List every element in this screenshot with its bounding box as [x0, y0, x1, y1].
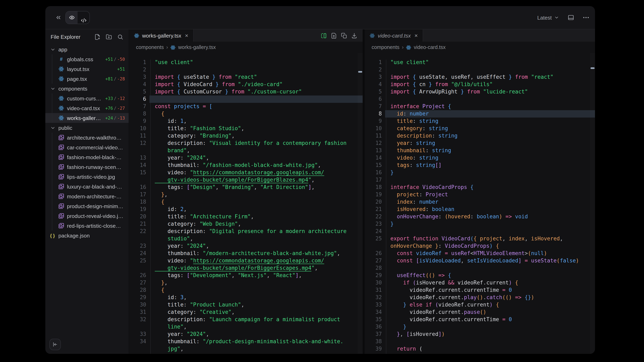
code-line[interactable]: 30 if (isHovered && videoRef.current) { [365, 279, 595, 287]
breadcrumb-folder[interactable]: components [372, 44, 400, 50]
close-icon[interactable]: × [185, 33, 188, 38]
code-line[interactable]: brand", [129, 147, 363, 154]
tree-file-custom-curs-[interactable]: custom-curs…+33/-12 [45, 93, 129, 103]
code-line[interactable]: 17 }, [129, 191, 363, 198]
code-line[interactable]: 12 year: string [365, 140, 595, 147]
scrollbar-thumb[interactable] [590, 67, 594, 69]
code-line[interactable]: 34 videoRef.current.pause() [365, 309, 595, 316]
code-line[interactable]: 18 { [129, 198, 363, 206]
code-line[interactable]: 25export function VideoCard({ project, i… [365, 235, 595, 242]
tree-file-works-galler-[interactable]: works-galler…+24/-13 [45, 113, 129, 123]
file-diff-icon[interactable] [331, 32, 337, 38]
new-file-icon[interactable] [94, 34, 100, 40]
code-line[interactable]: 35 videoRef.current.currentTime = 0 [365, 316, 595, 323]
tree-file-red-lips-artistic-close-[interactable]: red-lips-artistic-close… [45, 221, 129, 231]
tree-file-car-commercial-video-[interactable]: car-commercial-video… [45, 142, 129, 152]
code-line[interactable]: 6 [365, 95, 595, 103]
scrollbar-thumb[interactable] [358, 71, 362, 73]
code-line[interactable]: 33 year: "2024", [129, 331, 363, 338]
tree-file-page.tsx[interactable]: page.tsx+81/-28 [45, 74, 129, 84]
code-line[interactable]: 2 [365, 66, 595, 73]
new-folder-icon[interactable] [106, 34, 112, 40]
code-line[interactable]: 29 useEffect(() => { [365, 272, 595, 279]
split-diff-icon[interactable] [320, 32, 327, 38]
code-line[interactable]: 6 [129, 95, 363, 103]
code-line[interactable]: 31 videoRef.current.currentTime = 0 [365, 287, 595, 294]
code-line[interactable]: 16} [365, 169, 595, 176]
code-line[interactable]: 20 title: "Architecture Firm", [129, 213, 363, 220]
tree-file-lips-artistic-video.jpg[interactable]: lips-artistic-video.jpg [45, 172, 129, 182]
code-line[interactable]: 28 [365, 265, 595, 272]
code-line[interactable]: 15 video: "https://commondatastorage.goo… [129, 169, 363, 176]
code-line[interactable]: 27 const [isVideoLoaded, setIsVideoLoade… [365, 257, 595, 265]
code-line[interactable]: studio", [129, 235, 363, 242]
code-line[interactable]: 17 [365, 176, 595, 184]
breadcrumb-file[interactable]: video-card.tsx [414, 44, 446, 50]
code-line[interactable]: 11 description: string [365, 132, 595, 140]
code-line[interactable]: 19 project: Project [365, 191, 595, 198]
code-line[interactable]: 39 return ( [365, 345, 595, 353]
code-line[interactable]: 26 const videoRef = useRef<HTMLVideoElem… [365, 250, 595, 257]
code-line[interactable]: 8 { [129, 110, 363, 117]
scrollbar-track[interactable] [590, 53, 595, 354]
code-line[interactable]: 18interface VideoCardProps { [365, 184, 595, 191]
tree-file-package.json[interactable]: { }package.json [45, 231, 129, 240]
code-line[interactable]: 24 thumbnail: "/modern-architecture-blac… [129, 250, 363, 257]
search-icon[interactable] [117, 34, 123, 40]
code-line[interactable]: 22 description: "Digital presence for a … [129, 228, 363, 235]
tree-file-globals.css[interactable]: #globals.css+51/-50 [45, 54, 129, 64]
tree-file-layout.tsx[interactable]: layout.tsx+51 [45, 64, 129, 74]
tree-file-product-reveal-video.j-[interactable]: product-reveal-video.j… [45, 211, 129, 221]
code-line[interactable]: 36 } [365, 323, 595, 331]
code-line[interactable]: 9 title: string [365, 117, 595, 125]
code-line[interactable]: 38 [365, 338, 595, 345]
code-line[interactable]: 14 thumbnail: "/fashion-model-black-and-… [129, 162, 363, 169]
tree-file-video-card.tsx[interactable]: video-card.tsx+76/-27 [45, 103, 129, 113]
code-line[interactable]: onHoverChange }: VideoCardProps) { [365, 242, 595, 250]
tree-folder-public[interactable]: public [45, 123, 129, 133]
code-line[interactable]: 11 category: "Branding", [129, 132, 363, 140]
tree-file-product-design-minim-[interactable]: product-design-minim… [45, 201, 129, 211]
code-line[interactable]: 9 id: 1, [129, 117, 363, 125]
tab-works-gallery[interactable]: works-gallery.tsx × [129, 29, 194, 42]
eye-icon[interactable] [66, 11, 78, 24]
copy-icon[interactable] [341, 32, 347, 38]
code-line[interactable]: 22 onHoverChange: (hovered: boolean) => … [365, 213, 595, 220]
code-line[interactable]: 14 video: string [365, 154, 595, 162]
code-line[interactable]: 19 id: 2, [129, 206, 363, 213]
version-dropdown[interactable]: Latest [537, 14, 559, 20]
code-line[interactable]: 2 [129, 66, 363, 73]
close-icon[interactable]: × [414, 33, 418, 38]
ellipsis-icon[interactable] [583, 14, 589, 21]
scrollbar-track[interactable] [358, 53, 363, 354]
code-line[interactable]: 27 }, [129, 279, 363, 287]
code-line[interactable]: 25 video: "https://commondatastorage.goo… [129, 257, 363, 265]
code-line[interactable]: 7const projects = [ [129, 103, 363, 110]
code-line[interactable]: 15 tags: string[] [365, 162, 595, 169]
code-line[interactable]: 32 videoRef.current.play().catch(() => {… [365, 294, 595, 301]
code-line[interactable]: 3import { useState } from "react" [129, 73, 363, 81]
code-line[interactable]: 21 category: "Web Design", [129, 220, 363, 228]
code-line[interactable]: 13 year: "2024", [129, 154, 363, 162]
code-line[interactable]: 7interface Project { [365, 103, 595, 110]
code-line[interactable]: 20 index: number [365, 198, 595, 206]
panel-bottom-icon[interactable] [568, 14, 574, 21]
code-line[interactable]: 13 thumbnail: string [365, 147, 595, 154]
code-editor-video-card[interactable]: 1"use client"23import { useState, useRef… [365, 53, 595, 354]
tab-video-card[interactable]: video-card.tsx × [365, 29, 423, 42]
code-line[interactable]: 12 description: "Visual identity for a c… [129, 140, 363, 147]
code-line[interactable]: gtv-videos-bucket/sample/ForBiggerBlazes… [129, 176, 363, 184]
code-line[interactable]: gtv-videos-bucket/sample/ForBiggerEscape… [129, 265, 363, 272]
chevrons-left-icon[interactable] [54, 13, 62, 22]
breadcrumb-file[interactable]: works-gallery.tsx [178, 44, 216, 50]
code-line[interactable]: 5import { CustomCursor } from "./custom-… [129, 88, 363, 95]
code-icon[interactable] [78, 11, 90, 24]
code-line[interactable]: 10 category: string [365, 125, 595, 132]
code-line[interactable]: 28 { [129, 287, 363, 294]
code-line[interactable]: 4import { cn } from "@/lib/utils" [365, 81, 595, 88]
code-line[interactable]: 3import { useState, useRef, useEffect } … [365, 73, 595, 81]
code-line[interactable]: 1"use client" [129, 59, 363, 66]
code-line[interactable]: jpg", [129, 345, 363, 353]
code-line[interactable]: 21 isHovered: boolean [365, 206, 595, 213]
code-line[interactable]: 16 tags: ["Design", "Branding", "Art Dir… [129, 184, 363, 191]
